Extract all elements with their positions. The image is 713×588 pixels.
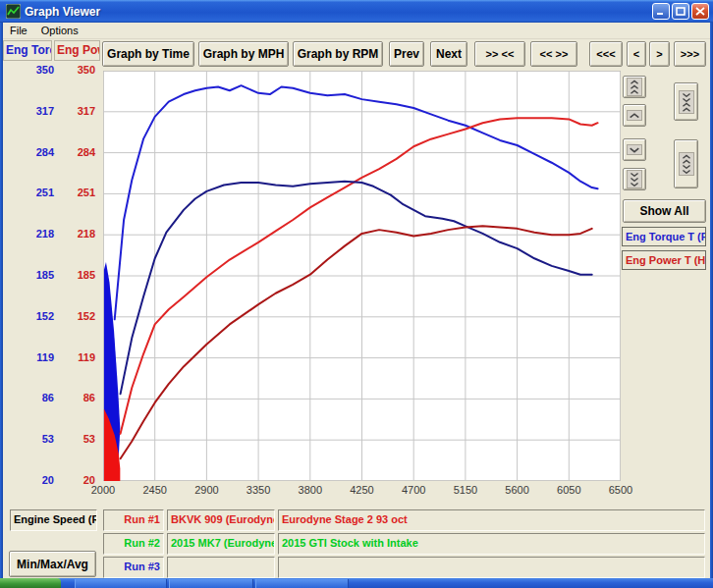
menu-options[interactable]: Options bbox=[34, 24, 85, 37]
run1-name-field[interactable]: BKVK 909 (Eurodyne, B bbox=[167, 509, 275, 531]
taskbar-item[interactable] bbox=[169, 579, 253, 588]
app-icon bbox=[6, 4, 21, 19]
y-tick-power: 119 bbox=[59, 351, 95, 363]
zoom-out-button[interactable]: << >> bbox=[530, 41, 577, 67]
y-tick-power: 218 bbox=[59, 228, 95, 240]
x-tick-rpm: 4700 bbox=[388, 484, 439, 496]
y-scale-down-fast-spinner[interactable] bbox=[623, 168, 646, 190]
scroll-left-button[interactable]: < bbox=[627, 41, 646, 67]
x-tick-rpm: 2900 bbox=[181, 484, 232, 496]
dyno-chart-plot-area bbox=[103, 71, 621, 481]
x-tick-rpm: 6050 bbox=[543, 484, 594, 496]
y-tick-power: 284 bbox=[59, 146, 95, 158]
window-title: Graph Viewer bbox=[25, 5, 709, 19]
legend-eng-torque[interactable]: Eng Torque T (Ft-l bbox=[622, 227, 706, 246]
min-max-avg-button[interactable]: Min/Max/Avg bbox=[9, 551, 96, 577]
y-scale-up-spinner[interactable] bbox=[623, 104, 646, 127]
y-tick-torque: 317 bbox=[18, 105, 54, 117]
run1-label: Run #1 bbox=[103, 509, 164, 531]
x-tick-rpm: 2000 bbox=[78, 484, 129, 496]
run3-label: Run #3 bbox=[103, 557, 164, 578]
y-tick-torque: 86 bbox=[18, 392, 54, 403]
y-range-collapse-spinner[interactable] bbox=[674, 82, 698, 121]
y-tick-power: 251 bbox=[59, 187, 95, 198]
y-tick-torque: 53 bbox=[18, 433, 54, 445]
close-button[interactable] bbox=[691, 3, 709, 20]
y-tick-power: 317 bbox=[59, 105, 95, 117]
y-tick-torque: 218 bbox=[18, 228, 54, 240]
chevrons-inward-icon bbox=[679, 90, 694, 114]
menu-bar: File Options bbox=[3, 23, 710, 39]
y-tick-torque: 20 bbox=[18, 474, 54, 486]
x-axis-unit-label: Engine Speed (RPM bbox=[10, 509, 97, 531]
show-all-button[interactable]: Show All bbox=[623, 199, 706, 223]
x-tick-rpm: 6500 bbox=[595, 484, 646, 496]
run1-note-field[interactable]: Eurodyne Stage 2 93 oct bbox=[278, 509, 705, 531]
next-button[interactable]: Next bbox=[430, 41, 467, 67]
window-border-left bbox=[0, 23, 3, 578]
title-bar: Graph Viewer bbox=[0, 0, 713, 23]
start-button[interactable] bbox=[0, 578, 61, 588]
run3-name-field[interactable] bbox=[167, 557, 275, 578]
graph-by-time-button[interactable]: Graph by Time bbox=[102, 41, 194, 67]
scroll-far-left-button[interactable]: <<< bbox=[589, 41, 623, 67]
run2-label: Run #2 bbox=[103, 533, 164, 555]
torque-axis-header: Eng Torque bbox=[3, 40, 52, 61]
maximize-button[interactable] bbox=[672, 3, 689, 20]
chevron-down-double-icon bbox=[627, 170, 642, 188]
y-range-expand-spinner[interactable] bbox=[674, 139, 698, 188]
y-tick-power: 86 bbox=[59, 392, 95, 403]
taskbar-item[interactable] bbox=[75, 579, 167, 588]
graph-by-rpm-button[interactable]: Graph by RPM bbox=[293, 41, 383, 67]
taskbar[interactable] bbox=[0, 578, 713, 588]
run2-name-field[interactable]: 2015 MK7 (Eurodyne, E bbox=[167, 533, 275, 555]
y-scale-up-fast-spinner[interactable] bbox=[623, 76, 646, 98]
chevron-up-double-icon bbox=[627, 78, 642, 96]
chevron-up-icon bbox=[627, 110, 642, 121]
y-tick-power: 350 bbox=[59, 64, 95, 76]
y-tick-power: 185 bbox=[59, 269, 95, 281]
legend-eng-power[interactable]: Eng Power T (HP) bbox=[622, 250, 706, 270]
y-tick-torque: 350 bbox=[18, 64, 54, 76]
menu-file[interactable]: File bbox=[3, 24, 34, 37]
x-tick-rpm: 5150 bbox=[440, 484, 491, 496]
y-tick-torque: 152 bbox=[18, 310, 54, 322]
y-tick-torque: 284 bbox=[18, 146, 54, 158]
graph-viewer-window: Graph Viewer File Options Eng Torque Eng… bbox=[0, 0, 713, 588]
chevron-down-icon bbox=[627, 144, 642, 155]
y-tick-torque: 119 bbox=[18, 351, 54, 363]
y-tick-power: 53 bbox=[59, 433, 95, 445]
scroll-far-right-button[interactable]: >>> bbox=[674, 41, 706, 67]
y-tick-torque: 185 bbox=[18, 269, 54, 281]
prev-button[interactable]: Prev bbox=[389, 41, 424, 67]
power-axis-header: Eng Power bbox=[54, 40, 100, 61]
y-tick-torque: 251 bbox=[18, 187, 54, 198]
graph-by-mph-button[interactable]: Graph by MPH bbox=[198, 41, 289, 67]
scroll-right-button[interactable]: > bbox=[649, 41, 670, 67]
chevrons-outward-icon bbox=[679, 152, 694, 176]
run3-note-field[interactable] bbox=[278, 557, 705, 578]
x-tick-rpm: 2450 bbox=[130, 484, 181, 496]
y-scale-down-spinner[interactable] bbox=[623, 138, 646, 161]
zoom-in-button[interactable]: >> << bbox=[474, 41, 525, 67]
run2-note-field[interactable]: 2015 GTI Stock with Intake bbox=[278, 533, 705, 555]
taskbar-item[interactable] bbox=[255, 579, 349, 588]
x-tick-rpm: 3800 bbox=[285, 484, 336, 496]
y-tick-power: 152 bbox=[59, 310, 95, 322]
x-tick-rpm: 4250 bbox=[337, 484, 388, 496]
x-tick-rpm: 5600 bbox=[492, 484, 543, 496]
x-tick-rpm: 3350 bbox=[233, 484, 284, 496]
minimize-button[interactable] bbox=[652, 3, 670, 20]
